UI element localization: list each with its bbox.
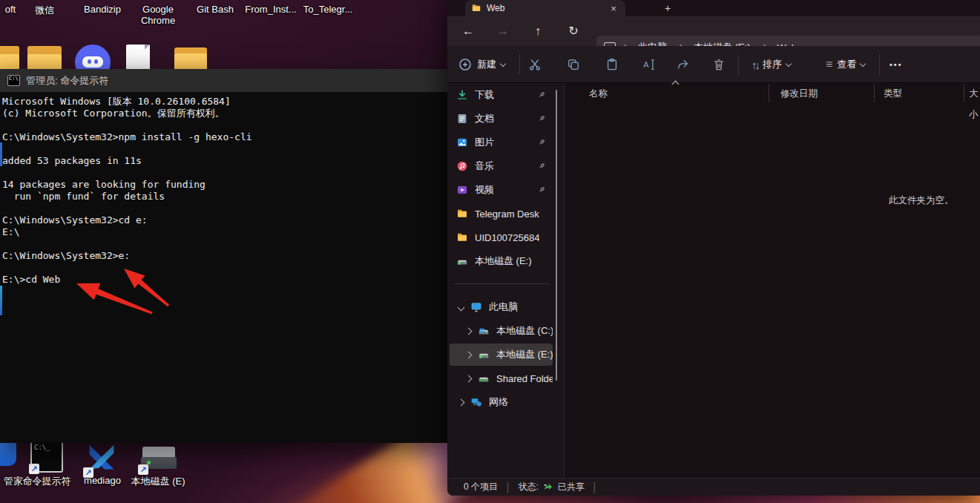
up-button[interactable]: ↑ <box>529 22 547 40</box>
tab-title: Web <box>487 3 504 13</box>
chevron-right-icon[interactable] <box>465 327 473 335</box>
sidebar-item-label: UID100725684 <box>475 232 539 243</box>
sidebar-item-uid-folder[interactable]: UID100725684 <box>450 226 553 249</box>
desktop-icon-wechat[interactable]: 微信 <box>35 4 54 17</box>
desktop-icon-gitbash[interactable]: Git Bash <box>197 4 234 15</box>
folder-icon <box>471 3 481 13</box>
cmd-window: 管理员: 命令提示符 Microsoft Windows [版本 10.0.26… <box>0 69 447 443</box>
sidebar-item-label: 音乐 <box>475 160 494 173</box>
copy-button[interactable] <box>566 55 581 74</box>
column-separator[interactable] <box>874 85 875 102</box>
refresh-button[interactable]: ↻ <box>565 22 582 40</box>
sidebar-item-drive-c[interactable]: 本地磁盘 (C:) <box>450 320 553 342</box>
column-header-date[interactable]: 修改日期 <box>780 83 818 104</box>
sidebar-item-label: 下载 <box>475 88 494 102</box>
download-icon <box>456 89 468 101</box>
desktop-icon-mediago[interactable]: mediago <box>84 475 121 486</box>
sort-button-label: 排序 <box>763 58 782 71</box>
column-separator[interactable] <box>769 85 769 102</box>
pictures-icon <box>456 137 468 148</box>
sidebar-item-videos[interactable]: 视频 <box>450 179 553 201</box>
navigation-pane: 下载 文档 图片 音乐 视频 <box>447 83 564 478</box>
column-header-size[interactable]: 大小 <box>969 83 980 104</box>
back-button[interactable]: ← <box>459 22 477 40</box>
desktop-icon-guanjia[interactable]: 管家 <box>4 475 23 488</box>
desktop-icon-label[interactable]: oft <box>5 4 16 15</box>
toolbar-separator <box>519 54 520 75</box>
shared-status: 已共享 <box>558 481 585 493</box>
cmd-window-title: 管理员: 命令提示符 <box>26 74 108 88</box>
share-button[interactable] <box>676 55 691 74</box>
cmd-titlebar[interactable]: 管理员: 命令提示符 <box>0 69 447 92</box>
status-separator: │ <box>592 482 598 493</box>
sidebar-item-drive-e[interactable]: 本地磁盘 (E:) <box>450 343 553 366</box>
new-tab-button[interactable]: + <box>661 2 674 16</box>
more-options-button[interactable]: ••• <box>889 55 903 74</box>
chevron-down-icon <box>500 60 506 66</box>
view-list-icon: ≡ <box>826 58 832 71</box>
sidebar-item-music[interactable]: 音乐 <box>450 155 553 177</box>
delete-button[interactable] <box>711 55 726 74</box>
sidebar-item-drive-e-pinned[interactable]: 本地磁盘 (E:) <box>450 250 553 272</box>
column-header-type[interactable]: 类型 <box>884 83 902 104</box>
sidebar-item-label: 本地磁盘 (C:) <box>496 324 553 338</box>
mediago-icon[interactable]: ↗ <box>85 441 119 476</box>
chevron-right-icon[interactable] <box>465 375 473 382</box>
chevron-right-icon[interactable] <box>458 398 465 406</box>
sidebar-item-label: 文档 <box>475 112 494 125</box>
sidebar-item-label: 本地磁盘 (E:) <box>475 254 532 268</box>
chevron-down-icon <box>860 60 866 66</box>
drive-e-shortcut-icon[interactable]: ↗ <box>139 442 178 473</box>
video-icon <box>456 184 468 196</box>
desktop-icon-bandizip[interactable]: Bandizip <box>84 4 121 15</box>
desktop-icon-cmd[interactable]: 命令提示符 <box>23 475 71 488</box>
terminal-output[interactable]: Microsoft Windows [版本 10.0.26100.6584] (… <box>2 96 252 286</box>
command-toolbar: 新建 ↑↓ 排序 ≡ 查看 ••• <box>447 46 980 83</box>
status-label: 状态: <box>519 481 539 493</box>
new-plus-icon <box>458 57 473 72</box>
new-button[interactable]: 新建 <box>458 55 505 74</box>
pin-icon <box>537 90 547 99</box>
forward-button[interactable]: → <box>494 22 512 40</box>
drive-e-icon <box>478 349 490 361</box>
sort-button[interactable]: ↑↓ 排序 <box>752 55 791 74</box>
sidebar-item-documents[interactable]: 文档 <box>450 108 553 130</box>
desktop-icon-from-inst[interactable]: From_Inst... <box>245 4 296 15</box>
desktop: A oft 微信 Bandizip Google Chrome Gi <box>0 0 980 503</box>
chevron-right-icon[interactable] <box>465 351 473 358</box>
rename-button[interactable] <box>641 55 656 74</box>
sidebar-item-downloads[interactable]: 下载 <box>450 84 553 106</box>
chevron-down-icon[interactable] <box>458 303 465 311</box>
cut-button[interactable] <box>527 55 542 74</box>
desktop-icon-chrome[interactable]: Google Chrome <box>141 4 175 26</box>
column-header-name[interactable]: 名称 <box>589 83 608 104</box>
edge-sliver <box>0 142 2 166</box>
music-icon <box>456 160 468 172</box>
pin-icon <box>537 161 547 171</box>
status-bar: 0 个项目 │ 状态: 已共享 │ <box>447 478 980 496</box>
sidebar-divider <box>455 283 550 284</box>
shared-drive-icon <box>478 372 490 384</box>
shortcut-arrow-icon: ↗ <box>138 464 148 475</box>
sidebar-item-this-pc[interactable]: 此电脑 <box>450 296 553 318</box>
document-icon <box>456 113 468 125</box>
sidebar-item-telegram-desktop[interactable]: Telegram Desk <box>450 203 553 225</box>
view-button[interactable]: ≡ 查看 <box>826 55 865 74</box>
paste-button[interactable] <box>605 55 619 74</box>
toolbar-separator <box>738 54 739 75</box>
folder-icon <box>456 231 468 243</box>
cmd-shortcut-icon[interactable]: ↗ <box>30 441 63 473</box>
file-explorer-window: Web × + ← → ↑ ↻ 此电脑 本地磁盘 (E:) Web <box>447 0 980 496</box>
view-button-label: 查看 <box>837 58 856 71</box>
sidebar-item-network[interactable]: 网络 <box>450 391 553 413</box>
sidebar-item-pictures[interactable]: 图片 <box>450 131 553 154</box>
sidebar-scrollbar[interactable] <box>556 90 557 381</box>
tab-close-icon[interactable]: × <box>608 3 619 14</box>
file-list-pane: 名称 修改日期 类型 大小 此文件夹为空。 <box>565 83 980 478</box>
desktop-icon-drive-e[interactable]: 本地磁盘 (E) <box>131 475 185 488</box>
sidebar-item-shared-folders[interactable]: Shared Folde <box>450 367 553 389</box>
shared-icon <box>543 482 553 493</box>
tab-web[interactable]: Web × <box>465 0 625 16</box>
column-separator[interactable] <box>964 85 964 102</box>
desktop-icon-to-telegram[interactable]: To_Telegr... <box>303 4 353 15</box>
